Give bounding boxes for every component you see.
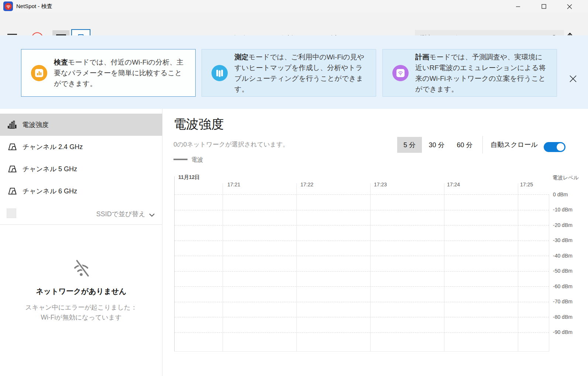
y-axis-label: 電波レベル [553,175,579,181]
time-range-30min-button[interactable]: 30 分 [423,137,450,153]
chart-gridline-h [175,332,549,333]
sidebar-item-label: 電波強度 [22,120,49,129]
channels-icon [7,187,17,195]
channels-icon [7,165,17,173]
x-tick: 17:22 [300,182,313,187]
wifi-off-icon [71,258,92,277]
mode-card-text: 検査モードでは、付近のWi-Fiの分析、主要なパラメーターを簡単に比較することが… [54,57,186,89]
signal-bars-icon [7,120,17,129]
sidebar-item-label: チャンネル 5 GHz [23,165,77,173]
chart-gridline-v [223,183,223,351]
chevron-down-icon [149,213,155,217]
maximize-icon [541,4,546,9]
sidebar-item-label: チャンネル 6 GHz [23,187,77,196]
mode-card-inspect: 検査モードでは、付近のWi-Fiの分析、主要なパラメーターを簡単に比較することが… [21,49,196,97]
autoscroll-toggle[interactable] [544,142,565,152]
sidebar-item-channels-6ghz[interactable]: チャンネル 6 GHz [0,180,162,202]
y-tick: -40 dBm [553,253,572,259]
x-tick: 17:24 [447,182,460,187]
sort-by-ssid-dropdown[interactable]: SSIDで並び替え [96,210,155,218]
mode-card-text: 測定モードでは、ご利用中のWi-Fiの見やすいヒートマップを作成し、分析やトラブ… [234,52,367,94]
controls-divider [482,136,483,153]
ssid-checkbox[interactable] [7,208,16,218]
x-tick: 17:21 [227,182,240,187]
window-title: NetSpot - 検査 [16,3,52,10]
legend-swatch [173,159,188,160]
mode-card-text: 計画モードでは、予測調査や、実環境に近いRF電波のエミュレーションによる将来のW… [415,52,548,94]
sidebar-item-label: チャンネル 2.4 GHz [23,142,83,151]
no-networks-message-line1: スキャン中にエラーが起こりました： [0,303,162,312]
mode-card-survey: 測定モードでは、ご利用中のWi-Fiの見やすいヒートマップを作成し、分析やトラブ… [202,49,376,97]
app-window: NetSpot - 検査 [0,0,588,376]
time-range-5min-button[interactable]: 5 分 [397,137,422,153]
chart-gridline-h [175,194,549,195]
chart-gridline-h [175,225,549,225]
close-icon [570,75,577,82]
selection-subtitle: 0の0ネットワークが選択されています。 [173,140,289,149]
wifi-logo-icon [5,3,12,10]
x-tick: 17:23 [374,182,387,187]
channels-icon [7,143,17,151]
sidebar-item-channels-5ghz[interactable]: チャンネル 5 GHz [0,158,162,180]
y-tick: -90 dBm [553,329,572,335]
sidebar-divider [0,224,162,225]
mode-card-planning: 計画モードでは、予測調査や、実環境に近いRF電波のエミュレーションによる将来のW… [382,49,557,97]
chart-gridline-v [296,183,297,351]
y-tick: -70 dBm [553,299,572,304]
y-tick: -10 dBm [553,207,572,213]
y-tick: 0 dBm [553,192,568,197]
no-networks-message-line2: Wi-Fiが無効になっています [0,313,162,322]
sidebar: 電波強度 チャンネル 2.4 GHz チャンネル 5 GHz チャンネル 6 G… [0,109,162,376]
chart-gridline-h [175,317,549,317]
chart-right-axis [549,194,549,351]
banner-close-button[interactable] [568,73,578,84]
chart-bottom-axis [174,351,549,352]
chart-gridline-h [175,256,549,256]
info-banner: 検査モードでは、付近のWi-Fiの分析、主要なパラメーターを簡単に比較することが… [0,35,588,109]
toggle-knob [557,143,564,151]
heatmap-icon [212,65,228,81]
time-range-60min-button[interactable]: 60 分 [451,137,478,153]
chart-gridline-h [175,286,549,287]
sort-label: SSIDで並び替え [96,210,145,218]
sidebar-item-channels-24ghz[interactable]: チャンネル 2.4 GHz [0,136,162,158]
chart-gridline-v [444,183,444,351]
chart-left-axis [174,176,175,351]
chart-gridline-h [175,302,549,302]
y-tick: -60 dBm [553,283,572,289]
page-title: 電波強度 [173,116,224,133]
bar-chart-icon [31,65,47,81]
window-close-button[interactable] [560,0,579,13]
chart-date-label: 11月12日 [178,174,200,181]
no-networks-title: ネットワークがありません [0,286,162,296]
wifi-plan-icon [392,65,409,81]
chart-gridline-h [175,241,549,241]
y-tick: -30 dBm [553,237,572,243]
chart-gridline-v [370,183,371,351]
chart-gridline-v [518,183,518,351]
title-bar: NetSpot - 検査 [0,0,588,13]
y-tick: -20 dBm [553,222,572,228]
minimize-icon [516,4,520,9]
minimize-button[interactable] [509,0,527,13]
app-icon [3,1,13,11]
chart-gridline-h [175,271,549,272]
chart-gridline-h [175,210,549,210]
y-tick: -50 dBm [553,268,572,274]
y-tick: -80 dBm [553,314,572,320]
maximize-button[interactable] [534,0,553,13]
sidebar-item-signal-strength[interactable]: 電波強度 [0,114,162,136]
legend-label: 電波 [191,156,203,164]
toolbar: 検査 測定 計画 [0,13,588,35]
close-icon [567,4,572,9]
x-tick: 17:25 [520,182,533,187]
autoscroll-label: 自動スクロール [491,140,538,149]
